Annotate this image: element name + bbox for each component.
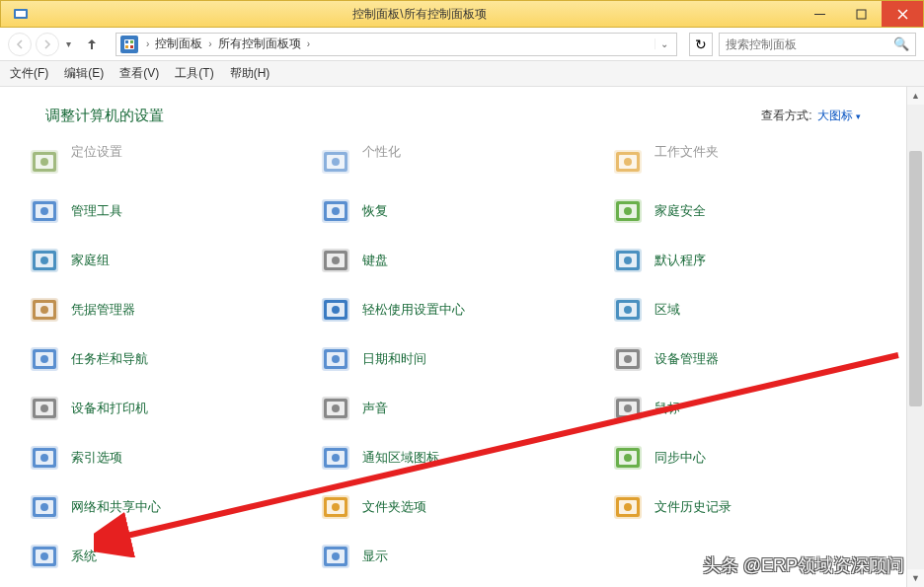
default-programs-icon [611,244,645,277]
minimize-button[interactable] [799,1,840,27]
search-box[interactable]: 🔍 [719,33,916,56]
date-time-icon [319,342,352,376]
history-dropdown[interactable]: ▾ [63,38,74,49]
system-icon [28,540,61,573]
item-devices-printers[interactable]: 设备和打印机 [20,386,303,431]
scroll-up-button[interactable]: ▲ [907,87,924,105]
maximize-button[interactable] [840,1,882,27]
item-homegroup[interactable]: 家庭组 [20,238,303,283]
window-icon [1,6,40,22]
item-region[interactable]: 区域 [603,287,886,332]
item-credential-manager[interactable]: 凭据管理器 [20,287,303,332]
mouse-icon [611,392,645,425]
svg-point-108 [40,552,48,560]
item-label: 索引选项 [71,449,122,467]
svg-point-44 [624,257,632,264]
sound-icon [319,392,352,425]
search-input[interactable] [726,37,893,51]
breadcrumb-separator[interactable]: › [303,38,314,49]
item-file-history[interactable]: 文件历史记录 [603,484,886,530]
svg-point-76 [332,404,340,412]
display-icon [319,540,352,573]
scroll-down-button[interactable]: ▼ [907,569,924,587]
item-sound[interactable]: 声音 [311,386,594,431]
back-button[interactable] [8,33,32,56]
item-location-settings[interactable]: 定位设置 [20,139,303,184]
item-network-sharing[interactable]: 网络和共享中心 [20,484,303,530]
item-label: 通知区域图标 [362,449,439,467]
breadcrumb-separator[interactable]: › [142,38,153,49]
item-label: 声音 [362,400,388,417]
item-mouse[interactable]: 鼠标 [603,386,886,431]
item-display[interactable]: 显示 [311,534,594,579]
menu-tools[interactable]: 工具(T) [175,65,213,82]
breadcrumb-separator[interactable]: › [204,38,215,49]
item-label: 定位设置 [71,143,122,161]
vertical-scrollbar[interactable]: ▲ ▼ [906,87,924,587]
ease-of-access-icon [319,293,352,327]
svg-point-56 [624,306,632,314]
item-system[interactable]: 系统 [20,534,303,579]
item-notification-area[interactable]: 通知区域图标 [311,435,594,480]
item-label: 设备管理器 [654,350,719,368]
svg-rect-1 [16,11,26,17]
item-label: 网络和共享中心 [71,498,161,516]
svg-point-100 [332,503,340,511]
item-label: 同步中心 [654,449,706,467]
item-admin-tools[interactable]: 管理工具 [20,188,303,234]
search-icon[interactable]: 🔍 [893,37,909,51]
item-label: 管理工具 [71,202,122,220]
item-ease-of-access[interactable]: 轻松使用设置中心 [311,287,594,332]
svg-point-68 [624,355,632,363]
svg-point-40 [332,257,340,264]
breadcrumb[interactable]: › 控制面板 › 所有控制面板项 › ⌄ [116,33,677,56]
watermark-text: 头条 @ERP领域资深顾问 [703,553,904,577]
item-label: 显示 [362,548,388,565]
item-label: 凭据管理器 [71,301,135,319]
item-keyboard[interactable]: 键盘 [311,238,594,283]
folder-options-icon [319,490,352,524]
menu-view[interactable]: 查看(V) [119,65,159,82]
up-button[interactable] [80,33,104,56]
svg-point-36 [40,257,48,264]
breadcrumb-seg-2[interactable]: 所有控制面板项 [216,36,303,52]
item-default-programs[interactable]: 默认程序 [603,238,886,283]
svg-point-80 [624,404,632,412]
device-manager-icon [611,342,645,376]
item-device-manager[interactable]: 设备管理器 [603,336,886,382]
item-label: 文件夹选项 [362,498,426,516]
item-folder-options[interactable]: 文件夹选项 [311,484,594,530]
item-family-safety[interactable]: 家庭安全 [603,188,886,234]
breadcrumb-dropdown[interactable]: ⌄ [654,38,672,49]
svg-point-16 [332,158,340,166]
item-label: 恢复 [362,202,388,220]
view-mode-selector[interactable]: 大图标 [817,108,861,124]
menu-edit[interactable]: 编辑(E) [64,65,104,82]
breadcrumb-seg-1[interactable]: 控制面板 [153,36,204,52]
svg-point-60 [40,355,48,363]
forward-button[interactable] [36,33,59,56]
menu-help[interactable]: 帮助(H) [230,65,270,82]
item-label: 任务栏和导航 [71,350,148,368]
refresh-button[interactable]: ↻ [689,33,713,56]
svg-point-72 [40,404,48,412]
item-indexing-options[interactable]: 索引选项 [20,435,303,480]
work-folders-icon [611,145,645,179]
svg-rect-6 [130,40,133,43]
item-work-folders[interactable]: 工作文件夹 [603,139,886,184]
close-button[interactable] [882,1,923,27]
control-panel-icon [120,36,138,53]
item-personalization[interactable]: 个性化 [311,139,594,184]
scroll-track[interactable] [907,105,924,569]
family-safety-icon [611,194,645,228]
item-sync-center[interactable]: 同步中心 [603,435,886,480]
location-settings-icon [28,145,61,179]
credential-manager-icon [28,293,61,327]
svg-point-32 [624,207,632,215]
scroll-thumb[interactable] [909,151,922,406]
menu-file[interactable]: 文件(F) [10,65,48,82]
item-recovery[interactable]: 恢复 [311,188,594,234]
item-taskbar-navigation[interactable]: 任务栏和导航 [20,336,303,382]
svg-point-12 [40,158,48,166]
item-date-time[interactable]: 日期和时间 [311,336,594,382]
